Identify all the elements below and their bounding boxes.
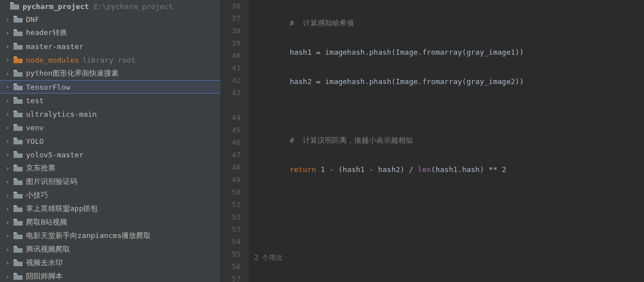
tree-item-label: TensorFlow bbox=[26, 83, 70, 91]
line-number[interactable]: 41 bbox=[220, 62, 241, 74]
line-number[interactable]: 36 bbox=[220, 0, 241, 12]
tree-item-视频去水印[interactable]: ›视频去水印 bbox=[0, 256, 220, 270]
line-number[interactable]: 57 bbox=[220, 273, 241, 282]
tree-item-爬取B站视频[interactable]: ›爬取B站视频 bbox=[0, 215, 220, 229]
tree-item-label: yolov5-master bbox=[26, 151, 84, 159]
chevron-right-icon[interactable]: › bbox=[6, 219, 12, 226]
chevron-right-icon[interactable]: › bbox=[6, 111, 12, 118]
chevron-right-icon[interactable]: › bbox=[6, 259, 12, 267]
chevron-right-icon[interactable]: › bbox=[6, 43, 12, 50]
tree-item-master-master[interactable]: ›master-master bbox=[0, 39, 220, 53]
tree-item-test[interactable]: ›test bbox=[0, 94, 220, 107]
tree-item-node_modules[interactable]: ›node_moduleslibrary root bbox=[0, 53, 220, 67]
tree-item-label: 阴阳师脚本 bbox=[26, 271, 63, 281]
line-number[interactable]: 37 bbox=[220, 12, 241, 25]
folder-icon bbox=[14, 83, 23, 91]
chevron-right-icon[interactable]: › bbox=[6, 232, 12, 240]
line-number[interactable]: 53 bbox=[220, 223, 241, 236]
code-area[interactable]: # 计算感知哈希值 hash1 = imagehash.phash(Image.… bbox=[249, 0, 644, 282]
tree-item-label: 京东抢票 bbox=[26, 163, 55, 173]
chevron-right-icon[interactable]: › bbox=[6, 138, 12, 145]
chevron-right-icon[interactable]: › bbox=[6, 205, 12, 213]
folder-icon bbox=[10, 2, 19, 10]
chevron-right-icon[interactable]: › bbox=[6, 97, 12, 104]
tree-item-python图形化界面快速搜素[interactable]: ›python图形化界面快速搜素 bbox=[0, 67, 220, 80]
tree-item-note: library root bbox=[82, 56, 136, 64]
tree-item-TensorFlow[interactable]: ›TensorFlow bbox=[0, 80, 220, 94]
project-tree[interactable]: ›DNF›header转换›master-master›node_modules… bbox=[0, 12, 220, 282]
folder-icon bbox=[14, 56, 23, 64]
folder-icon bbox=[14, 124, 23, 131]
line-number[interactable]: 48 bbox=[220, 161, 241, 174]
line-number[interactable]: 56 bbox=[220, 261, 241, 273]
line-number[interactable]: 38 bbox=[220, 25, 241, 37]
line-number[interactable] bbox=[220, 99, 241, 112]
tree-item-venv[interactable]: ›venv bbox=[0, 121, 220, 134]
folder-icon bbox=[14, 178, 23, 186]
code-text: hash2 = imagehash.phash(Image.fromarray(… bbox=[290, 77, 524, 86]
line-number[interactable]: 39 bbox=[220, 37, 241, 50]
chevron-right-icon[interactable]: › bbox=[6, 29, 12, 37]
project-sidebar: pycharm_project E:\pycharm_project ›DNF›… bbox=[0, 0, 220, 282]
keyword: return bbox=[290, 165, 316, 174]
tree-item-label: 视频去水印 bbox=[26, 258, 63, 268]
line-number[interactable]: 44 bbox=[220, 112, 241, 124]
chevron-right-icon[interactable]: › bbox=[6, 192, 12, 199]
tree-item-label: 爬取B站视频 bbox=[26, 217, 67, 227]
line-number[interactable]: 40 bbox=[220, 50, 241, 62]
chevron-right-icon[interactable]: › bbox=[6, 165, 12, 172]
tree-item-阴阳师脚本[interactable]: ›阴阳师脚本 bbox=[0, 270, 220, 282]
tree-item-DNF[interactable]: ›DNF bbox=[0, 12, 220, 26]
chevron-right-icon[interactable]: › bbox=[6, 16, 12, 23]
chevron-right-icon[interactable]: › bbox=[6, 178, 12, 186]
chevron-right-icon[interactable]: › bbox=[6, 124, 12, 131]
folder-icon bbox=[14, 205, 23, 213]
line-number[interactable]: 50 bbox=[220, 186, 241, 199]
folder-icon bbox=[14, 42, 23, 50]
line-number[interactable]: 47 bbox=[220, 149, 241, 161]
line-number[interactable]: 51 bbox=[220, 199, 241, 211]
comment: # 计算汉明距离，值越小表示越相似 bbox=[290, 136, 413, 144]
line-number[interactable]: 54 bbox=[220, 236, 241, 248]
tree-item-yolov5-master[interactable]: ›yolov5-master bbox=[0, 148, 220, 161]
line-number[interactable]: 55 bbox=[220, 248, 241, 261]
tree-item-掌上英雄联盟app抓包[interactable]: ›掌上英雄联盟app抓包 bbox=[0, 202, 220, 215]
tree-item-label: DNF bbox=[26, 15, 39, 24]
usage-hint[interactable]: 2 个用法 bbox=[254, 254, 282, 262]
folder-icon bbox=[14, 137, 23, 145]
folder-icon bbox=[14, 164, 23, 172]
tree-item-header转换[interactable]: ›header转换 bbox=[0, 26, 220, 39]
tree-item-腾讯视频爬取[interactable]: ›腾讯视频爬取 bbox=[0, 243, 220, 256]
line-number[interactable]: 42 bbox=[220, 74, 241, 87]
chevron-right-icon[interactable]: › bbox=[6, 83, 12, 91]
tree-item-label: venv bbox=[26, 124, 43, 132]
tree-item-label: master-master bbox=[26, 42, 84, 51]
tree-item-小技巧[interactable]: ›小技巧 bbox=[0, 188, 220, 202]
line-number[interactable]: 45 bbox=[220, 124, 241, 136]
chevron-right-icon[interactable]: › bbox=[6, 56, 12, 64]
line-number[interactable]: 49 bbox=[220, 174, 241, 186]
folder-icon bbox=[14, 69, 23, 77]
line-number[interactable]: 52 bbox=[220, 211, 241, 223]
tree-item-label: 掌上英雄联盟app抓包 bbox=[26, 204, 98, 214]
chevron-right-icon[interactable]: › bbox=[6, 151, 12, 158]
chevron-right-icon[interactable]: › bbox=[6, 70, 12, 77]
folder-icon bbox=[14, 151, 23, 158]
tree-item-label: python图形化界面快速搜素 bbox=[26, 68, 119, 78]
tree-item-label: YOLO bbox=[26, 137, 43, 146]
tree-item-ultralytics-main[interactable]: ›ultralytics-main bbox=[0, 107, 220, 121]
tree-item-图片识别验证码[interactable]: ›图片识别验证码 bbox=[0, 175, 220, 188]
tree-item-YOLO[interactable]: ›YOLO bbox=[0, 134, 220, 148]
chevron-right-icon[interactable]: › bbox=[6, 246, 12, 253]
folder-icon bbox=[14, 272, 23, 280]
line-number[interactable]: 46 bbox=[220, 136, 241, 149]
tree-item-电影天堂新手向zanpiancms播放爬取[interactable]: ›电影天堂新手向zanpiancms播放爬取 bbox=[0, 229, 220, 243]
project-name: pycharm_project bbox=[23, 2, 89, 11]
line-number[interactable]: 43 bbox=[220, 87, 241, 99]
tree-item-京东抢票[interactable]: ›京东抢票 bbox=[0, 161, 220, 175]
chevron-right-icon[interactable]: › bbox=[6, 273, 12, 280]
code-editor[interactable]: 3637383940414243444546474849505152535455… bbox=[220, 0, 644, 282]
folder-icon bbox=[14, 29, 23, 37]
project-header[interactable]: pycharm_project E:\pycharm_project bbox=[0, 0, 220, 12]
folder-icon bbox=[14, 259, 23, 267]
